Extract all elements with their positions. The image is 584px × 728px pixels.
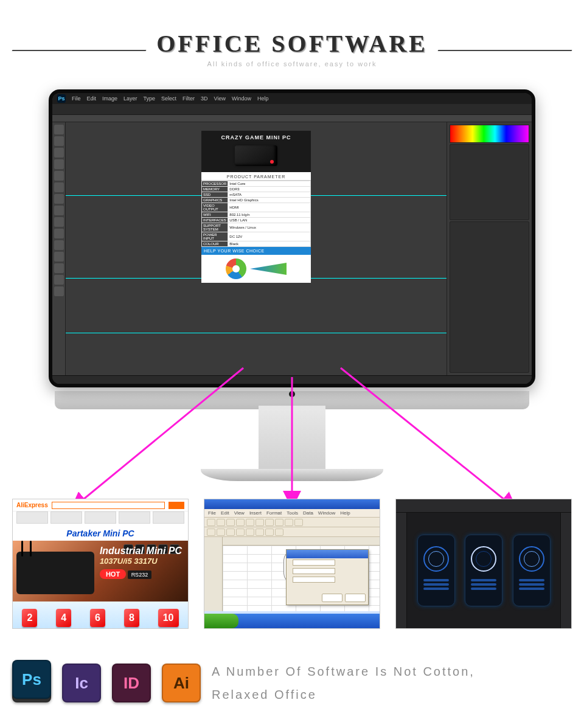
crop-tool-icon[interactable] <box>54 171 64 181</box>
product-thumb[interactable] <box>16 511 48 524</box>
dt-left-panel[interactable] <box>396 513 407 628</box>
excel-toolbar[interactable] <box>204 518 380 527</box>
dt-canvas[interactable] <box>407 513 560 628</box>
hand-tool-icon[interactable] <box>54 275 64 285</box>
ps-canvas[interactable]: CRAZY GAME MINI PC PRODUCT PARAMETER PRO… <box>66 122 447 375</box>
toolbar-button-icon[interactable] <box>275 519 283 526</box>
dialog-field[interactable] <box>293 568 335 574</box>
ps-menu-item[interactable]: Layer <box>123 95 137 102</box>
zoom-tool-icon[interactable] <box>54 286 64 296</box>
promo-value[interactable]: 8 <box>124 609 139 627</box>
gradient-tool-icon[interactable] <box>54 229 64 238</box>
dt-toolbar[interactable] <box>396 499 571 513</box>
promo-value[interactable]: 10 <box>158 609 179 627</box>
excel-format-toolbar[interactable] <box>204 527 380 537</box>
product-thumb[interactable] <box>119 511 150 524</box>
menu-item[interactable]: Window <box>318 510 335 516</box>
ps-right-panels[interactable] <box>447 122 532 375</box>
menu-item[interactable]: Insert <box>249 510 262 516</box>
ps-document[interactable]: CRAZY GAME MINI PC PRODUCT PARAMETER PRO… <box>201 131 311 283</box>
toolbar-button-icon[interactable] <box>294 519 303 526</box>
dialog-field[interactable] <box>293 577 335 583</box>
windows-taskbar[interactable] <box>204 614 380 628</box>
column-headers[interactable] <box>223 537 380 546</box>
brush-tool-icon[interactable] <box>54 194 64 204</box>
eyedropper-tool-icon[interactable] <box>54 182 64 192</box>
spreadsheet-grid[interactable] <box>204 537 380 611</box>
dialog-titlebar[interactable] <box>287 550 368 558</box>
toolbar-button-icon[interactable] <box>217 519 225 526</box>
toolbar-button-icon[interactable] <box>285 519 293 526</box>
ps-menu-item[interactable]: Edit <box>87 95 97 102</box>
menu-item[interactable]: Edit <box>221 510 229 516</box>
toolbar-button-icon[interactable] <box>265 519 274 526</box>
menu-item[interactable]: Help <box>340 510 350 516</box>
toolbar-button-icon[interactable] <box>246 529 254 536</box>
toolbar-button-icon[interactable] <box>255 529 264 536</box>
ps-menu-item[interactable]: Help <box>257 95 269 102</box>
pen-tool-icon[interactable] <box>54 252 64 262</box>
ps-menu-item[interactable]: View <box>214 95 226 102</box>
toolbar-button-icon[interactable] <box>217 529 225 536</box>
excel-titlebar[interactable] <box>204 499 380 509</box>
marquee-tool-icon[interactable] <box>54 136 64 146</box>
ps-options-bar[interactable] <box>52 104 532 115</box>
menu-item[interactable]: Data <box>303 510 313 516</box>
ps-menu-item[interactable]: Image <box>102 95 117 102</box>
adjustments-panel[interactable] <box>450 144 529 220</box>
mockup-phone[interactable] <box>465 535 502 606</box>
dt-right-panel[interactable] <box>560 513 571 628</box>
toolbar-button-icon[interactable] <box>246 519 254 526</box>
shape-tool-icon[interactable] <box>54 263 64 273</box>
menu-item[interactable]: File <box>208 510 216 516</box>
toolbar-button-icon[interactable] <box>236 529 245 536</box>
eraser-tool-icon[interactable] <box>54 217 64 227</box>
product-thumb[interactable] <box>85 511 116 524</box>
toolbar-button-icon[interactable] <box>236 519 245 526</box>
ps-menu-item[interactable]: Type <box>144 95 156 102</box>
ps-menu-item[interactable]: Window <box>232 95 251 102</box>
menu-item[interactable]: Format <box>266 510 282 516</box>
ps-menu-item[interactable]: File <box>72 95 81 102</box>
mockup-phone[interactable] <box>417 535 455 606</box>
toolbar-button-icon[interactable] <box>275 529 283 536</box>
start-button[interactable] <box>204 614 238 628</box>
guide-line[interactable] <box>66 333 447 333</box>
toolbar-button-icon[interactable] <box>207 529 215 536</box>
toolbar-button-icon[interactable] <box>226 519 235 526</box>
mockup-phone[interactable] <box>513 535 551 606</box>
store-hero-banner[interactable]: Industrial Mini PC 1037U/i5 3317U HOT RS… <box>13 541 188 601</box>
toolbar-button-icon[interactable] <box>207 519 215 526</box>
dialog-field[interactable] <box>293 560 335 566</box>
ok-button[interactable] <box>322 594 342 602</box>
promo-value[interactable]: 6 <box>90 609 105 627</box>
type-tool-icon[interactable] <box>54 240 64 250</box>
toolbar-button-icon[interactable] <box>265 529 274 536</box>
toolbar-button-icon[interactable] <box>255 519 264 526</box>
ps-menu-item[interactable]: Select <box>161 95 176 102</box>
ps-menu-item[interactable]: Filter <box>182 95 195 102</box>
search-input[interactable] <box>52 502 165 509</box>
color-swatches-panel[interactable] <box>450 125 529 143</box>
store-logo[interactable]: AliExpress <box>16 502 48 508</box>
promo-value[interactable]: 2 <box>22 609 37 627</box>
clone-tool-icon[interactable] <box>54 206 64 215</box>
toolbar-button-icon[interactable] <box>226 529 235 536</box>
excel-menubar[interactable]: File Edit View Insert Format Tools Data … <box>204 509 380 518</box>
cancel-button[interactable] <box>345 594 366 602</box>
menu-item[interactable]: View <box>234 510 245 516</box>
menu-item[interactable]: Tools <box>287 510 298 516</box>
product-thumb[interactable] <box>50 511 82 524</box>
lasso-tool-icon[interactable] <box>54 148 64 158</box>
wand-tool-icon[interactable] <box>54 159 64 169</box>
move-tool-icon[interactable] <box>54 125 64 134</box>
promo-value[interactable]: 4 <box>56 609 71 627</box>
format-dialog[interactable] <box>286 549 369 605</box>
ps-tool-palette[interactable] <box>52 122 66 375</box>
product-thumb[interactable] <box>153 511 184 524</box>
layers-panel[interactable] <box>450 221 529 373</box>
ps-menubar[interactable]: Ps File Edit Image Layer Type Select Fil… <box>52 93 532 104</box>
row-headers[interactable] <box>204 537 223 611</box>
ps-menu-item[interactable]: 3D <box>201 95 208 102</box>
search-button[interactable] <box>169 502 184 509</box>
